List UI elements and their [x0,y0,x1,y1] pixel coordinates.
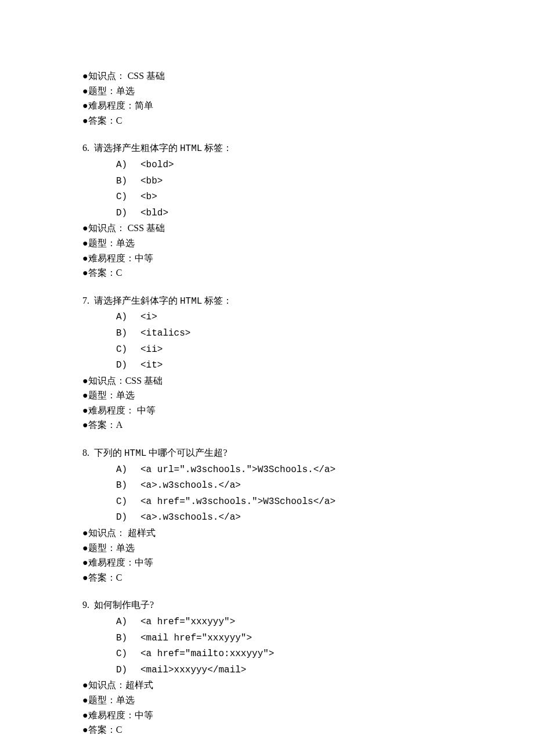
option-label: A) [116,310,140,325]
option-label: C) [116,647,140,662]
meta-knowledge-value: CSS 基础 [125,71,165,81]
meta-knowledge-label: ●知识点： [82,223,125,233]
meta-knowledge-label: ●知识点： [82,71,125,81]
meta-qtype: ●题型：单选 [82,693,534,708]
meta-difficulty: ●难易程度：中等 [82,555,534,570]
option-text: <a url=".w3schools.">W3Schools.</a> [140,465,335,475]
option-label: A) [116,615,140,630]
meta-knowledge-value: CSS 基础 [125,376,163,386]
option-label: B) [116,478,140,494]
option-a: A)<bold> [82,157,534,173]
option-text: <ii> [140,344,163,355]
option-b: B)<a>.w3schools.</a> [82,477,534,494]
meta-difficulty: ●难易程度：中等 [82,708,534,723]
option-c: C)<ii> [82,341,534,358]
option-label: C) [116,495,140,510]
meta-qtype-value: 单选 [116,238,135,248]
meta-qtype-label: ●题型： [82,695,116,705]
meta-qtype-value: 单选 [116,695,135,705]
stem-text-pre: 下列的 [94,448,124,458]
meta-answer-value: C [116,573,122,582]
meta-qtype: ●题型：单选 [82,84,534,99]
meta-answer-label: ●答案： [82,725,116,735]
option-d: D)<a>.w3schools.</a> [82,509,534,525]
meta-knowledge: ●知识点： CSS 基础 [82,69,534,84]
meta-answer-value: A [116,420,123,430]
option-text: <i> [140,312,157,322]
question-stem: 7. 请选择产生斜体字的 HTML 标签： [82,293,534,309]
meta-answer: ●答案：C [82,722,534,737]
option-label: B) [116,631,140,646]
option-c: C)<b> [82,189,534,205]
option-a: A)<a url=".w3schools.">W3Schools.</a> [82,462,534,478]
option-text: <mail href="xxxyyy"> [140,633,252,643]
meta-qtype-label: ●题型： [82,238,116,248]
question-block: 8. 下列的 HTML 中哪个可以产生超? A)<a url=".w3schoo… [82,445,534,585]
document-page: ●知识点： CSS 基础 ●题型：单选 ●难易程度：简单 ●答案：C 6. 请选… [0,0,534,756]
question-stem: 9. 如何制作电子? [82,597,534,614]
option-label: A) [116,463,140,478]
meta-knowledge-value: 超样式 [125,680,153,690]
question-number: 7. [82,296,89,305]
stem-text-pre: 如何制作电子? [94,600,154,610]
stem-text-post: 标签： [202,143,232,153]
meta-difficulty-label: ●难易程度： [82,100,135,110]
option-d: D)<bld> [82,205,534,221]
meta-knowledge: ●知识点：超样式 [82,678,534,693]
option-text: <mail>xxxyyy</mail> [140,665,246,675]
meta-knowledge-value: CSS 基础 [125,223,165,233]
meta-difficulty-label: ●难易程度： [82,405,135,415]
meta-knowledge: ●知识点： CSS 基础 [82,221,534,236]
question-number: 6. [82,143,89,153]
stem-text-post: 中哪个可以产生超? [146,448,227,458]
meta-qtype-label: ●题型： [82,543,116,553]
meta-difficulty: ●难易程度： 中等 [82,403,534,418]
meta-answer: ●答案：A [82,417,534,433]
meta-difficulty-value: 中等 [135,253,153,263]
stem-text-pre: 请选择产生粗体字的 [94,143,180,153]
meta-answer-value: C [116,725,122,735]
option-b: B)<bb> [82,173,534,189]
stem-text-pre: 请选择产生斜体字的 [94,296,180,305]
stem-text-post: 标签： [202,296,232,305]
meta-difficulty-value: 中等 [135,405,156,415]
meta-difficulty-label: ●难易程度： [82,253,135,263]
option-text: <bb> [140,176,163,186]
question-block: 6. 请选择产生粗体字的 HTML 标签： A)<bold> B)<bb> C)… [82,141,534,280]
option-text: <a href=".w3schools.">W3Schools</a> [140,496,335,507]
meta-answer-value: C [116,268,122,278]
option-c: C)<a href=".w3schools.">W3Schools</a> [82,494,534,510]
meta-difficulty: ●难易程度：中等 [82,251,534,266]
meta-knowledge: ●知识点：CSS 基础 [82,373,534,388]
option-text: <it> [140,360,163,370]
meta-qtype: ●题型：单选 [82,236,534,251]
meta-difficulty-value: 中等 [135,710,153,720]
meta-qtype-label: ●题型： [82,86,116,96]
option-label: D) [116,663,140,678]
option-d: D)<it> [82,357,534,373]
option-label: C) [116,343,140,358]
meta-knowledge-value: 超样式 [125,528,156,538]
question-stem: 6. 请选择产生粗体字的 HTML 标签： [82,141,534,157]
meta-answer-label: ●答案： [82,573,116,582]
meta-knowledge: ●知识点： 超样式 [82,525,534,541]
option-text: <b> [140,192,157,202]
question-block: 9. 如何制作电子? A)<a href="xxxyyy"> B)<mail h… [82,597,534,737]
meta-answer: ●答案：C [82,265,534,280]
option-c: C)<a href="mailto:xxxyyy"> [82,646,534,662]
option-d: D)<mail>xxxyyy</mail> [82,662,534,678]
meta-qtype-value: 单选 [116,86,135,96]
meta-difficulty-value: 简单 [135,100,153,110]
meta-knowledge-label: ●知识点： [82,376,125,386]
option-b: B)<mail href="xxxyyy"> [82,630,534,646]
option-text: <italics> [140,328,190,339]
meta-answer-value: C [116,116,122,125]
option-text: <a>.w3schools.</a> [140,480,241,491]
question-block: 7. 请选择产生斜体字的 HTML 标签： A)<i> B)<italics> … [82,293,534,433]
meta-knowledge-label: ●知识点： [82,680,125,690]
meta-answer: ●答案：C [82,113,534,128]
question-number: 8. [82,448,89,458]
stem-text-en: HTML [180,143,202,154]
meta-answer-label: ●答案： [82,116,116,125]
meta-difficulty-value: 中等 [135,557,153,567]
